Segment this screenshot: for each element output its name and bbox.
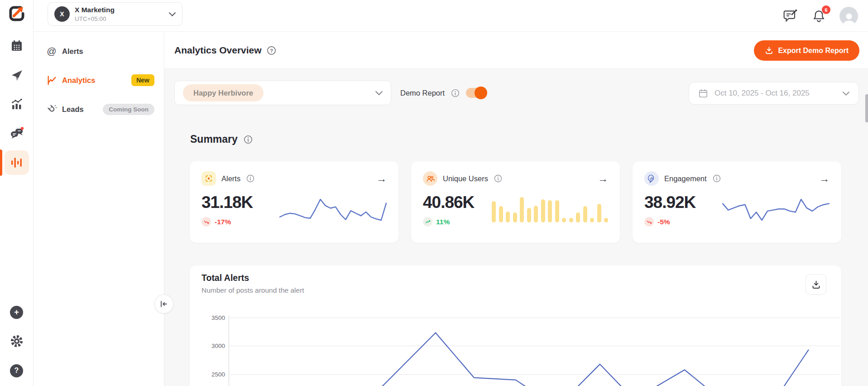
arrow-right-icon[interactable]: → xyxy=(819,174,830,184)
keyword-chip[interactable]: Happy Herbivore xyxy=(183,84,264,101)
info-icon[interactable] xyxy=(712,174,721,183)
card-change: -5% xyxy=(657,218,670,226)
sidebar-item-analytics[interactable]: Analytics New xyxy=(34,72,164,88)
total-alerts-line-chart xyxy=(229,313,840,386)
workspace-avatar: X xyxy=(54,6,70,22)
notification-count-badge: 6 xyxy=(822,5,830,14)
calendar-nav-icon[interactable] xyxy=(10,39,24,53)
chevron-down-icon xyxy=(843,92,849,96)
sidebar-item-alerts[interactable]: @ Alerts xyxy=(34,43,164,59)
info-icon[interactable] xyxy=(494,174,503,183)
demo-report-label: Demo Report xyxy=(400,89,445,97)
arrow-right-icon[interactable]: → xyxy=(598,174,608,184)
y-axis-tick: 3000 xyxy=(200,343,225,349)
summary-title: Summary xyxy=(190,133,238,145)
send-nav-icon[interactable] xyxy=(10,68,24,82)
toggle-knob xyxy=(475,87,487,99)
demo-report-toggle[interactable] xyxy=(466,88,486,98)
card-value: 31.18K xyxy=(201,193,274,212)
active-nav-indicator xyxy=(0,150,2,176)
settings-gear-icon[interactable] xyxy=(10,334,24,348)
card-change: 11% xyxy=(436,218,450,226)
summary-card-alerts[interactable]: Alerts → 31.18K -17% xyxy=(190,161,398,243)
help-icon[interactable]: ? xyxy=(266,45,277,56)
chevron-down-icon xyxy=(375,91,383,95)
workspace-name: X Marketing xyxy=(75,6,169,14)
collapse-sidebar-button[interactable] xyxy=(154,294,173,314)
app-logo-icon[interactable] xyxy=(7,4,26,23)
chart-download-button[interactable] xyxy=(806,274,826,295)
card-label: Alerts xyxy=(221,174,240,183)
summary-section-header: Summary xyxy=(190,133,253,145)
add-button[interactable]: + xyxy=(10,305,24,319)
summary-card-engagement[interactable]: Engagement → 38.92K -5% xyxy=(633,161,841,243)
svg-text:?: ? xyxy=(270,48,273,53)
app-root: + ? X X Marketing UTC+05:00 xyxy=(0,0,868,386)
engagement-icon xyxy=(644,171,659,186)
workspace-timezone: UTC+05:00 xyxy=(75,15,169,22)
users-icon xyxy=(423,171,437,186)
user-avatar[interactable] xyxy=(839,7,858,25)
scrollbar-thumb[interactable] xyxy=(865,94,868,122)
info-icon[interactable] xyxy=(246,174,255,183)
card-label: Unique Users xyxy=(443,174,488,183)
page-header: Analytics Overview ? Export Demo Report xyxy=(164,32,868,69)
side-menu: @ Alerts Analytics New xyxy=(34,32,164,386)
info-icon[interactable] xyxy=(243,135,253,145)
chart-title: Total Alerts xyxy=(201,273,249,283)
workspace-selector[interactable]: X X Marketing UTC+05:00 xyxy=(48,2,182,26)
engagement-sparkline xyxy=(722,198,830,222)
card-change: -17% xyxy=(215,218,231,226)
magnet-icon xyxy=(45,104,58,115)
info-icon[interactable] xyxy=(451,88,460,98)
download-icon xyxy=(765,46,773,55)
trend-up-icon xyxy=(423,217,432,227)
demo-report-control: Demo Report xyxy=(400,81,486,105)
alerts-feed-nav-icon[interactable] xyxy=(5,150,29,175)
card-value: 40.86K xyxy=(423,193,486,212)
notifications-bell-icon[interactable]: 6 xyxy=(812,9,826,23)
calendar-icon xyxy=(698,88,708,98)
alert-keyword-select[interactable]: Happy Herbivore xyxy=(174,81,391,105)
arrow-right-icon[interactable]: → xyxy=(376,174,387,184)
export-demo-report-button[interactable]: Export Demo Report xyxy=(754,40,859,61)
summary-card-unique-users[interactable]: Unique Users → 40.86K 11% xyxy=(411,161,620,243)
at-icon: @ xyxy=(45,46,58,57)
unique-users-bar-sparkline xyxy=(492,197,608,222)
help-button[interactable]: ? xyxy=(10,364,24,377)
sidebar-item-label: Leads xyxy=(62,105,84,114)
page-title: Analytics Overview xyxy=(174,45,262,56)
alerts-target-icon xyxy=(201,171,216,186)
trend-down-icon xyxy=(644,217,654,227)
chat-nav-icon[interactable] xyxy=(10,126,24,140)
sidebar-item-label: Alerts xyxy=(62,47,83,56)
line-chart-icon xyxy=(45,75,58,86)
card-label: Engagement xyxy=(664,174,707,183)
chevron-down-icon xyxy=(169,12,176,16)
trend-down-icon xyxy=(201,217,211,227)
date-range-picker[interactable]: Oct 10, 2025 - Oct 16, 2025 xyxy=(689,82,859,105)
sidebar-item-leads[interactable]: Leads Coming Soon xyxy=(34,101,164,117)
sidebar-item-label: Analytics xyxy=(62,76,95,85)
feedback-icon[interactable] xyxy=(783,8,798,24)
chart-subtitle: Number of posts around the alert xyxy=(201,286,304,294)
top-bar: X X Marketing UTC+05:00 xyxy=(34,0,868,32)
y-axis-tick: 2500 xyxy=(200,371,225,378)
icon-rail: + ? xyxy=(0,0,34,386)
alerts-sparkline xyxy=(279,198,387,222)
y-axis-tick: 3500 xyxy=(200,314,225,321)
coming-soon-badge: Coming Soon xyxy=(103,104,154,115)
date-range-text: Oct 10, 2025 - Oct 16, 2025 xyxy=(715,89,836,98)
card-value: 38.92K xyxy=(644,193,717,212)
analytics-nav-icon[interactable] xyxy=(10,97,24,111)
new-badge: New xyxy=(131,74,154,86)
